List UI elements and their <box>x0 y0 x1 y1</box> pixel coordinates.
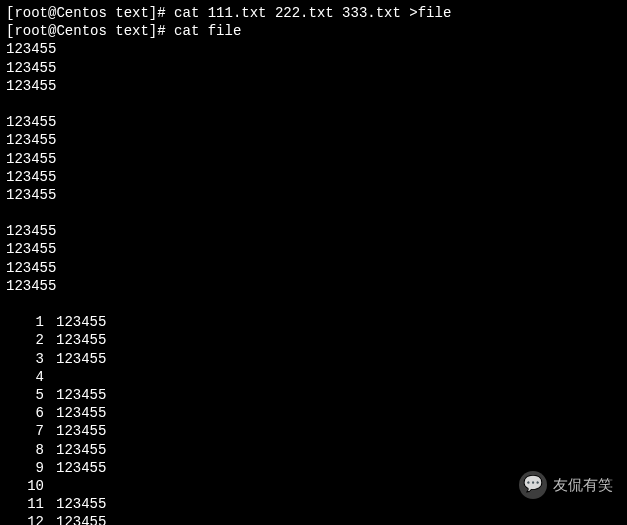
line-number: 3 <box>6 350 56 368</box>
prompt-path: text <box>115 5 149 21</box>
blank-line <box>6 204 621 222</box>
numbered-line: 2123455 <box>6 331 621 349</box>
line-number: 7 <box>6 422 56 440</box>
blank-line <box>6 95 621 113</box>
numbered-line: 1123455 <box>6 313 621 331</box>
output-line: 123455 <box>6 77 621 95</box>
blank-line <box>6 295 621 313</box>
output-line: 123455 <box>6 150 621 168</box>
output-line: 123455 <box>6 186 621 204</box>
watermark-text: 友侃有笑 <box>553 475 613 495</box>
prompt-user: root <box>14 5 48 21</box>
prompt-host: Centos <box>56 23 106 39</box>
command-2: cat file <box>174 23 241 39</box>
numbered-line: 5123455 <box>6 386 621 404</box>
numbered-line: 6123455 <box>6 404 621 422</box>
prompt-line-2: [root@Centos text]# cat file <box>6 22 621 40</box>
output-line: 123455 <box>6 240 621 258</box>
prompt-user: root <box>14 23 48 39</box>
output-line: 123455 <box>6 222 621 240</box>
line-number: 12 <box>6 513 56 525</box>
output-line: 123455 <box>6 40 621 58</box>
line-number: 4 <box>6 368 56 386</box>
output-line: 123455 <box>6 113 621 131</box>
watermark: 💬 友侃有笑 <box>519 471 613 499</box>
output-line: 123455 <box>6 59 621 77</box>
line-value: 123455 <box>56 331 106 349</box>
prompt-symbol: # <box>157 23 165 39</box>
line-number: 6 <box>6 404 56 422</box>
numbered-line: 3123455 <box>6 350 621 368</box>
line-value: 123455 <box>56 386 106 404</box>
prompt-host: Centos <box>56 5 106 21</box>
line-value: 123455 <box>56 422 106 440</box>
numbered-line: 12123455 <box>6 513 621 525</box>
line-value: 123455 <box>56 404 106 422</box>
command-1: cat 111.txt 222.txt 333.txt >file <box>174 5 451 21</box>
line-number: 1 <box>6 313 56 331</box>
output-line: 123455 <box>6 259 621 277</box>
line-value: 123455 <box>56 495 106 513</box>
prompt-path: text <box>115 23 149 39</box>
line-number: 10 <box>6 477 56 495</box>
line-value: 123455 <box>56 513 106 525</box>
line-value: 123455 <box>56 350 106 368</box>
line-number: 2 <box>6 331 56 349</box>
numbered-line: 4 <box>6 368 621 386</box>
line-number: 8 <box>6 441 56 459</box>
line-value: 123455 <box>56 459 106 477</box>
output-line: 123455 <box>6 277 621 295</box>
prompt-line-1: [root@Centos text]# cat 111.txt 222.txt … <box>6 4 621 22</box>
line-number: 5 <box>6 386 56 404</box>
line-value: 123455 <box>56 313 106 331</box>
wechat-icon: 💬 <box>519 471 547 499</box>
numbered-line: 8123455 <box>6 441 621 459</box>
line-value: 123455 <box>56 441 106 459</box>
line-number: 9 <box>6 459 56 477</box>
output-line: 123455 <box>6 168 621 186</box>
prompt-symbol: # <box>157 5 165 21</box>
numbered-line: 7123455 <box>6 422 621 440</box>
output-line: 123455 <box>6 131 621 149</box>
line-number: 11 <box>6 495 56 513</box>
